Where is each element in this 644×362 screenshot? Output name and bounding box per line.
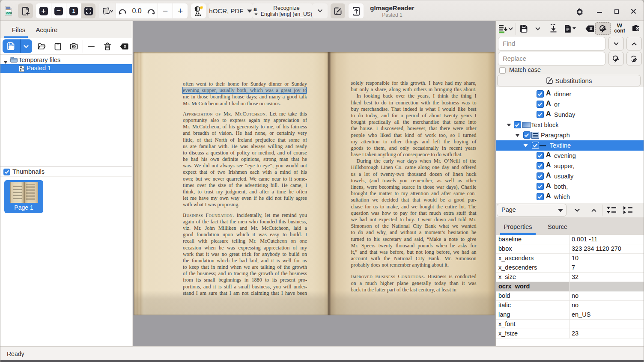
svg-text:OCR: OCR (6, 12, 12, 15)
svg-text:a: a (253, 6, 257, 12)
